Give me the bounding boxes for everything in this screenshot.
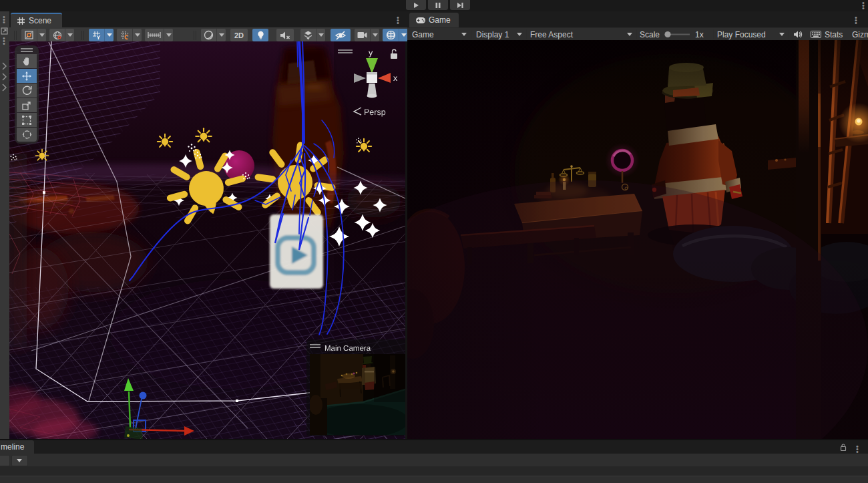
svg-text:Persp: Persp (364, 108, 386, 117)
svg-text:Main Camera: Main Camera (324, 345, 371, 353)
svg-text:x: x (393, 73, 398, 83)
svg-text:Y: Y (96, 34, 100, 40)
svg-text:y: y (369, 48, 373, 57)
